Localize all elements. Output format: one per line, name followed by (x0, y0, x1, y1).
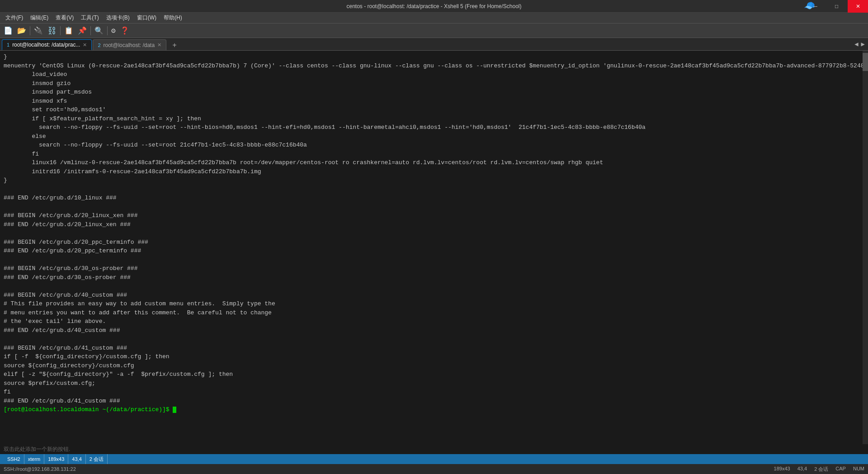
status-size: 189x43 (44, 454, 68, 464)
toolbar-sep-3 (90, 26, 91, 35)
toolbar-open[interactable]: 📂 (15, 24, 28, 37)
toolbar-sep-1 (30, 26, 30, 35)
menu-window[interactable]: 窗口(W) (133, 13, 160, 24)
toolbar-new[interactable]: 📄 (2, 24, 14, 37)
bottom-size: 189x43 (774, 466, 790, 473)
window-title: centos - root@localhost: /data/practice … (4, 3, 864, 9)
bottom-cap: CAP (835, 466, 846, 473)
toolbar-help[interactable]: ❓ (118, 24, 131, 37)
menu-tabs[interactable]: 选项卡(B) (103, 13, 133, 24)
tab-1[interactable]: 1 root@localhost: /data/prac... ✕ (2, 39, 92, 50)
toolbar-find[interactable]: 🔍 (93, 24, 105, 37)
toolbar-settings[interactable]: ⚙️ (109, 24, 118, 37)
toolbar-sep-4 (107, 26, 108, 35)
bottom-bar: SSH://root@192.168.238.131:22 189x43 43,… (0, 464, 868, 474)
tab-scroll-buttons: ◀ ▶ (853, 38, 868, 50)
status-sessions: 2 会话 (86, 454, 108, 464)
toolbar-connect[interactable]: 🔌 (32, 24, 45, 37)
tab-1-close[interactable]: ✕ (83, 42, 87, 48)
bottom-num: NUM (853, 466, 864, 473)
menu-file[interactable]: 文件(F) (2, 13, 27, 24)
menu-view[interactable]: 查看(V) (52, 13, 77, 24)
tab-add-button[interactable]: + (169, 41, 180, 50)
status-pos: 43,4 (68, 454, 85, 464)
bottom-right-info: 189x43 43,4 2 会话 CAP NUM (774, 466, 864, 473)
tab-2-num: 2 (98, 43, 100, 48)
bottom-pos: 43,4 (797, 466, 807, 473)
menu-bar: 文件(F) 编辑(E) 查看(V) 工具(T) 选项卡(B) 窗口(W) 帮助(… (0, 13, 868, 24)
menu-edit[interactable]: 编辑(E) (27, 13, 52, 24)
close-button[interactable]: ✕ (848, 0, 868, 13)
toolbar-paste[interactable]: 📌 (76, 24, 89, 37)
add-hint-text: 双击此处添加一个新的按钮. (4, 446, 70, 453)
menu-help[interactable]: 帮助(H) (160, 13, 186, 24)
maximize-button[interactable]: □ (826, 0, 847, 13)
toolbar-disconnect[interactable]: ⛓️ (46, 24, 58, 37)
status-bar: SSH2 xterm 189x43 43,4 2 会话 (0, 454, 868, 464)
tab-1-label: root@localhost: /data/prac... (12, 42, 80, 48)
status-xterm: xterm (24, 454, 45, 464)
add-hint-bar: 双击此处添加一个新的按钮. (0, 444, 868, 454)
bottom-connection-info: SSH://root@192.168.238.131:22 (4, 466, 76, 472)
tab-2-close[interactable]: ✕ (157, 42, 161, 48)
toolbar-sep-2 (60, 26, 61, 35)
terminal-output: } menuentry 'CentOS Linux (0-rescue-2ae1… (4, 52, 864, 414)
tab-scroll-right[interactable]: ▶ (860, 40, 866, 48)
terminal-area[interactable]: } menuentry 'CentOS Linux (0-rescue-2ae1… (0, 51, 868, 454)
scrollbar-thumb[interactable] (863, 53, 868, 71)
toolbar-copy[interactable]: 📋 (62, 24, 75, 37)
menu-tools[interactable]: 工具(T) (77, 13, 102, 24)
title-bar: centos - root@localhost: /data/practice … (0, 0, 868, 13)
window-controls: ─ □ ✕ (805, 0, 868, 13)
terminal-scrollbar[interactable] (863, 51, 868, 454)
tab-1-num: 1 (7, 42, 9, 47)
status-ssh: SSH2 (4, 454, 24, 464)
toolbar: 📄 📂 🔌 ⛓️ 📋 📌 🔍 ⚙️ ❓ (0, 24, 868, 38)
minimize-button[interactable]: ─ (805, 0, 826, 13)
tab-2[interactable]: 2 root@localhost: /data ✕ (93, 39, 166, 50)
tab-2-label: root@localhost: /data (104, 42, 155, 48)
bottom-sessions: 2 会话 (814, 466, 828, 473)
tabs-bar: 1 root@localhost: /data/prac... ✕ 2 root… (0, 38, 868, 51)
tab-scroll-left[interactable]: ◀ (853, 40, 859, 48)
